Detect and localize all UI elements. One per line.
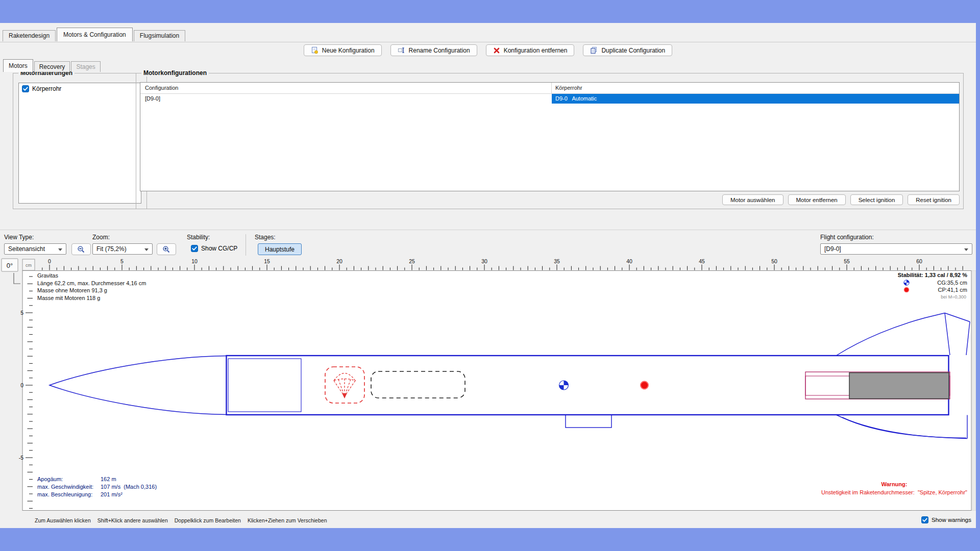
sub-tabbar: Motors Recovery Stages <box>3 59 102 72</box>
svg-text:0: 0 <box>48 258 51 264</box>
subtab-motors[interactable]: Motors <box>3 59 33 72</box>
configuration-toolbar: Neue Konfiguration Rename Configuration … <box>0 44 976 56</box>
show-warnings-control[interactable]: Show warnings <box>921 516 971 523</box>
cg-marker <box>559 381 569 390</box>
svg-text:0: 0 <box>20 382 23 388</box>
select-motor-button[interactable]: Motor auswählen <box>722 194 783 205</box>
reset-ignition-button[interactable]: Reset ignition <box>908 194 960 205</box>
motor-buttons: Motor auswählen Motor entfernen Select i… <box>722 194 960 205</box>
hint-double-click: Doppelklick zum Bearbeiten <box>175 517 241 523</box>
checkbox-checked-icon[interactable] <box>22 85 29 92</box>
view-type-select[interactable]: Seitenansicht <box>4 243 66 255</box>
flight-configuration-select[interactable]: [D9-0] <box>820 243 972 255</box>
flight-configuration-value: [D9-0] <box>824 245 841 253</box>
show-cg-cp-control[interactable]: Show CG/CP <box>191 245 237 252</box>
max-acceleration-value: 201 m/s² <box>101 491 122 497</box>
show-warnings-label: Show warnings <box>932 517 971 523</box>
main-tabbar: Raketendesign Motors & Configuration Flu… <box>3 28 186 41</box>
hint-select: Zum Auswählen klicken <box>35 517 91 523</box>
controls-separator <box>246 234 246 256</box>
rename-icon <box>398 46 405 54</box>
new-configuration-button[interactable]: Neue Konfiguration <box>304 44 382 56</box>
svg-text:10: 10 <box>191 258 198 264</box>
checkbox-checked-icon[interactable] <box>921 516 928 523</box>
svg-text:5: 5 <box>120 258 124 264</box>
new-configuration-icon <box>311 46 318 54</box>
remove-motor-button[interactable]: Motor entfernen <box>788 194 846 205</box>
view-type-value: Seitenansicht <box>8 245 45 253</box>
duplicate-icon <box>590 46 598 54</box>
apogee-label: Apogäum: <box>37 476 63 482</box>
svg-text:55: 55 <box>844 258 850 264</box>
new-configuration-label: Neue Konfiguration <box>322 47 375 54</box>
zoom-select[interactable]: Fit (75,2%) <box>92 243 153 255</box>
rotation-angle-indicator[interactable]: 0° <box>2 259 20 284</box>
magnifier-plus-icon <box>162 245 170 254</box>
body-tube[interactable] <box>227 356 949 415</box>
rename-configuration-label: Rename Configuration <box>409 47 470 54</box>
chevron-down-icon <box>58 248 62 251</box>
show-cg-cp-label: Show CG/CP <box>201 245 237 252</box>
tab-flugsimulation[interactable]: Flugsimulation <box>134 30 185 41</box>
select-ignition-button[interactable]: Select ignition <box>850 194 903 205</box>
max-velocity-value: 107 m/s (Mach 0,316) <box>101 484 157 490</box>
rocket-mass-loaded: Masse mit Motoren 118 g <box>37 295 100 301</box>
motor-mounts-list: Körperrohr <box>18 83 141 204</box>
cell-motor-selected[interactable]: D9-0 Automatic <box>552 94 959 104</box>
motor-mount-item-koerperrohr[interactable]: Körperrohr <box>19 83 141 94</box>
duplicate-configuration-label: Duplicate Configuration <box>601 47 665 54</box>
zoom-out-button[interactable] <box>71 243 91 255</box>
rotation-angle-value: 0° <box>7 262 13 269</box>
canvas-scrollbar[interactable] <box>972 271 976 511</box>
app-window: Raketendesign Motors & Configuration Flu… <box>0 23 976 528</box>
svg-text:45: 45 <box>699 258 705 264</box>
svg-text:20: 20 <box>336 258 342 264</box>
motor-mounts-group: Motorhalterungen Körperrohr <box>13 73 147 209</box>
hint-shift-click: Shift+Klick andere auswählen <box>97 517 168 523</box>
subtab-stages: Stages <box>71 61 100 72</box>
max-acceleration-label: max. Beschleunigung: <box>37 491 92 497</box>
stability-condition: bei M=0,300 <box>941 294 966 299</box>
checkbox-checked-icon[interactable] <box>191 245 198 252</box>
duplicate-configuration-button[interactable]: Duplicate Configuration <box>583 44 672 56</box>
table-row[interactable]: [D9-0] D9-0 Automatic <box>140 94 959 104</box>
max-velocity-label: max. Geschwindigkeit: <box>37 484 93 490</box>
warning-message: Unstetigkeit im Raketendurchmesser: "Spi… <box>821 489 967 495</box>
pane-divider <box>0 230 976 230</box>
cp-value: CP:41,1 cm <box>938 287 967 293</box>
subtab-recovery[interactable]: Recovery <box>34 61 70 72</box>
tab-motors-configuration[interactable]: Motors & Configuration <box>57 28 133 41</box>
svg-text:15: 15 <box>264 258 270 264</box>
stability-label: Stability: <box>187 234 210 241</box>
rocket-dimensions: Länge 62,2 cm, max. Durchmesser 4,16 cm <box>37 280 146 286</box>
motor-configurations-title: Motorkonfigurationen <box>141 69 209 77</box>
column-header-configuration[interactable]: Configuration <box>140 83 552 93</box>
zoom-in-button[interactable] <box>157 243 176 255</box>
stage-toggle-hauptstufe[interactable]: Hauptstufe <box>258 243 302 255</box>
flight-configuration-label: Flight configuration: <box>820 234 874 241</box>
svg-text:40: 40 <box>626 258 632 264</box>
tab-raketendesign[interactable]: Raketendesign <box>3 30 56 41</box>
motor-configurations-group: Motorkonfigurationen Configuration Körpe… <box>136 73 964 209</box>
column-header-koerperrohr[interactable]: Körperrohr <box>552 83 959 93</box>
rocket-design-canvas[interactable]: 0° cm 051015202530354045505560 50-5 <box>0 258 976 514</box>
svg-text:5: 5 <box>20 310 23 316</box>
motor-mount-label: Körperrohr <box>32 85 61 92</box>
svg-text:25: 25 <box>409 258 415 264</box>
magnifier-minus-icon <box>77 245 85 254</box>
ruler-unit-box[interactable]: cm <box>22 259 35 270</box>
cp-legend-icon <box>904 287 909 292</box>
remove-configuration-button[interactable]: Konfiguration entfernen <box>486 44 575 56</box>
remove-x-icon <box>493 47 500 54</box>
svg-text:60: 60 <box>916 258 922 264</box>
rename-configuration-button[interactable]: Rename Configuration <box>390 44 477 56</box>
warning-title: Warnung: <box>881 481 908 487</box>
cell-configuration[interactable]: [D9-0] <box>140 94 552 104</box>
motor[interactable] <box>849 373 949 399</box>
ruler-unit: cm <box>26 263 32 268</box>
horizontal-ruler: 051015202530354045505560 <box>42 258 963 270</box>
rocket-mass-empty: Masse ohne Motoren 91,3 g <box>37 287 107 293</box>
desktop-background: Raketendesign Motors & Configuration Flu… <box>0 0 980 551</box>
svg-text:50: 50 <box>771 258 777 264</box>
motor-configurations-table: Configuration Körperrohr [D9-0] D9-0 Aut… <box>140 82 960 191</box>
